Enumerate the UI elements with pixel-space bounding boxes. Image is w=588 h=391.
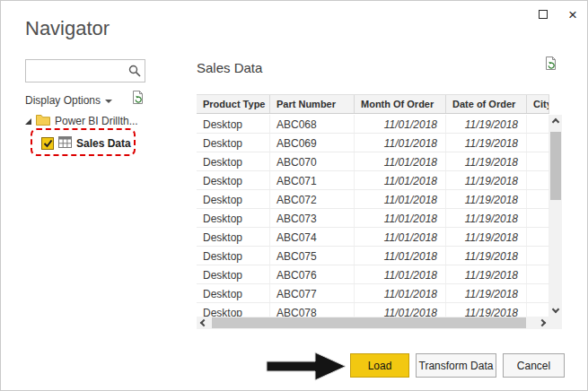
column-header[interactable]: Month Of Order: [355, 95, 446, 113]
table-cell: Desktop: [197, 228, 270, 246]
scroll-left-icon[interactable]: [197, 317, 211, 329]
table-row[interactable]: DesktopABC07011/01/201811/19/2018: [197, 152, 549, 171]
table-cell: Desktop: [197, 284, 270, 302]
table-cell: [527, 284, 549, 302]
table-cell: Desktop: [197, 209, 270, 227]
vertical-scroll-thumb[interactable]: [550, 132, 561, 200]
table-cell: Desktop: [197, 134, 270, 152]
scroll-down-icon[interactable]: [549, 302, 562, 317]
table-cell: 11/01/2018: [355, 190, 446, 208]
scroll-right-icon[interactable]: [535, 317, 549, 329]
preview-table-body: DesktopABC06811/01/201811/19/2018Desktop…: [197, 115, 549, 317]
table-row[interactable]: DesktopABC07411/01/201811/19/2018: [197, 228, 549, 247]
horizontal-scrollbar[interactable]: [197, 317, 549, 329]
folder-icon: [36, 113, 50, 129]
table-row[interactable]: DesktopABC07511/01/201811/19/2018: [197, 247, 549, 265]
table-row[interactable]: DesktopABC07211/01/201811/19/2018: [197, 190, 549, 209]
table-cell: [527, 303, 549, 317]
tree-expander-icon[interactable]: [25, 118, 31, 125]
table-cell: ABC078: [270, 303, 355, 317]
table-row[interactable]: DesktopABC06911/01/201811/19/2018: [197, 134, 549, 152]
navigator-dialog: Navigator × Display Options: [0, 0, 588, 391]
table-cell: ABC072: [270, 190, 355, 208]
table-cell: 11/19/2018: [446, 190, 527, 208]
table-cell: Desktop: [197, 115, 270, 133]
annotation-arrow: [265, 350, 349, 383]
cancel-button[interactable]: Cancel: [503, 353, 565, 378]
table-cell: 11/19/2018: [446, 152, 527, 170]
column-header[interactable]: Date of Order: [446, 95, 527, 113]
table-cell: 11/01/2018: [355, 265, 446, 283]
table-cell: [527, 228, 549, 246]
table-cell: ABC077: [270, 284, 355, 302]
table-cell: 11/01/2018: [355, 303, 446, 317]
table-cell: [527, 134, 549, 152]
chevron-down-icon: [105, 100, 112, 103]
table-cell: ABC071: [270, 171, 355, 189]
table-cell: [527, 171, 549, 189]
table-cell: 11/19/2018: [446, 265, 527, 283]
refresh-preview-icon[interactable]: [130, 90, 145, 109]
table-cell: [527, 265, 549, 283]
search-input[interactable]: [30, 62, 123, 80]
maximize-button[interactable]: [535, 6, 551, 22]
search-icon[interactable]: [128, 65, 141, 81]
load-button[interactable]: Load: [350, 353, 409, 378]
tree-item-label: Sales Data: [76, 137, 131, 150]
table-cell: 11/01/2018: [355, 152, 446, 170]
table-cell: [527, 115, 549, 133]
scroll-up-icon[interactable]: [549, 115, 562, 129]
table-cell: Desktop: [197, 303, 270, 317]
table-cell: ABC075: [270, 247, 355, 265]
table-cell: ABC068: [270, 115, 355, 133]
table-cell: 11/19/2018: [446, 134, 527, 152]
page-title: Navigator: [25, 17, 110, 40]
tree-folder-label: Power BI Drillth...: [55, 115, 138, 127]
table-cell: 11/01/2018: [355, 134, 446, 152]
table-cell: Desktop: [197, 171, 270, 189]
scrollbar-corner: [549, 317, 562, 329]
display-options-dropdown[interactable]: Display Options: [25, 92, 112, 109]
table-cell: ABC073: [270, 209, 355, 227]
maximize-icon: [539, 10, 548, 19]
horizontal-scroll-thumb[interactable]: [212, 317, 526, 328]
table-cell: [527, 190, 549, 208]
table-cell: [527, 247, 549, 265]
table-row[interactable]: DesktopABC07111/01/201811/19/2018: [197, 171, 549, 190]
table-cell: 11/01/2018: [355, 247, 446, 265]
table-cell: ABC069: [270, 134, 355, 152]
table-cell: [527, 152, 549, 170]
table-cell: 11/19/2018: [446, 171, 527, 189]
close-button[interactable]: ×: [565, 6, 581, 22]
table-cell: 11/01/2018: [355, 115, 446, 133]
table-row[interactable]: DesktopABC06811/01/201811/19/2018: [197, 115, 549, 134]
table-cell: ABC074: [270, 228, 355, 246]
table-cell: 11/01/2018: [355, 209, 446, 227]
vertical-scrollbar[interactable]: [549, 115, 562, 317]
table-cell: ABC070: [270, 152, 355, 170]
table-cell: 11/01/2018: [355, 284, 446, 302]
table-cell: 11/19/2018: [446, 228, 527, 246]
table-cell: Desktop: [197, 247, 270, 265]
table-cell: Desktop: [197, 190, 270, 208]
column-header[interactable]: Product Type: [197, 95, 270, 113]
display-options-label: Display Options: [25, 94, 101, 107]
tree-folder-power-bi[interactable]: Power BI Drillth...: [25, 112, 138, 130]
tree-item-sales-data[interactable]: Sales Data: [41, 134, 131, 152]
transform-data-button[interactable]: Transform Data: [416, 353, 496, 378]
table-row[interactable]: DesktopABC07311/01/201811/19/2018: [197, 209, 549, 228]
preview-table-header: Product TypePart NumberMonth Of OrderDat…: [197, 94, 549, 114]
preview-title: Sales Data: [197, 60, 262, 75]
table-row[interactable]: DesktopABC07611/01/201811/19/2018: [197, 265, 549, 284]
table-icon: [58, 135, 72, 152]
table-cell: [527, 209, 549, 227]
table-row[interactable]: DesktopABC07711/01/201811/19/2018: [197, 284, 549, 303]
table-row[interactable]: DesktopABC07811/01/201811/19/2018: [197, 303, 549, 317]
table-cell: 11/19/2018: [446, 284, 527, 302]
column-header[interactable]: Part Number: [270, 95, 355, 113]
table-cell: 11/19/2018: [446, 209, 527, 227]
table-cell: 11/19/2018: [446, 115, 527, 133]
column-header[interactable]: City: [527, 95, 549, 113]
refresh-preview-icon[interactable]: [543, 56, 558, 74]
sales-data-checkbox[interactable]: [41, 137, 54, 150]
